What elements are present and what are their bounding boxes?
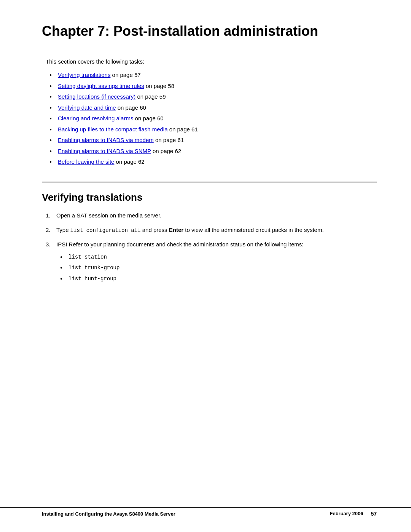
- chapter-title: Chapter 7: Post-installation administrat…: [42, 23, 377, 39]
- page-ref-3: on page 59: [135, 93, 166, 100]
- sub-item-2-code: list trunk-group: [68, 265, 119, 271]
- list-item: Before leaving the site on page 62: [49, 158, 377, 166]
- step-2-text-after: and press: [141, 227, 169, 233]
- page-ref-8: on page 62: [151, 148, 181, 154]
- step-2-text-before: Type: [56, 227, 70, 233]
- footer-date: February 2006: [330, 511, 363, 517]
- toc-link-3[interactable]: Setting locations (if necessary): [58, 93, 135, 100]
- step-1: Open a SAT session on the media server.: [46, 211, 377, 220]
- section-title: Verifying translations: [42, 192, 377, 203]
- step-3-text: IPSI Refer to your planning documents an…: [56, 241, 304, 248]
- footer-left-text: Installing and Configuring the Avaya S84…: [42, 511, 175, 517]
- list-item: Setting locations (if necessary) on page…: [49, 93, 377, 101]
- toc-link-6[interactable]: Backing up files to the compact flash me…: [58, 126, 168, 133]
- page-ref-7: on page 61: [154, 137, 184, 143]
- page-ref-4: on page 60: [116, 104, 146, 111]
- sub-item-1-code: list station: [68, 254, 107, 260]
- section-divider: [42, 182, 377, 182]
- toc-link-9[interactable]: Before leaving the site: [58, 158, 114, 165]
- page-ref-1: on page 57: [110, 72, 140, 78]
- toc-link-7[interactable]: Enabling alarms to INADS via modem: [58, 137, 154, 143]
- toc-link-8[interactable]: Enabling alarms to INADS via SNMP: [58, 148, 151, 154]
- sub-item-3: list hunt-group: [60, 275, 377, 283]
- toc-link-4[interactable]: Verifying date and time: [58, 104, 116, 111]
- list-item: Setting daylight savings time rules on p…: [49, 82, 377, 91]
- page-ref-9: on page 62: [114, 158, 144, 165]
- footer-page-number: 57: [371, 511, 377, 517]
- page-ref-6: on page 61: [168, 126, 198, 133]
- sub-list: list station list trunk-group list hunt-…: [60, 253, 377, 283]
- page-container: Chapter 7: Post-installation administrat…: [0, 0, 411, 532]
- list-item: Enabling alarms to INADS via modem on pa…: [49, 136, 377, 145]
- step-1-text: Open a SAT session on the media server.: [56, 212, 161, 219]
- step-2-text-end: to view all the administered circuit pac…: [183, 227, 323, 233]
- sub-item-3-code: list hunt-group: [68, 276, 116, 282]
- list-item: Verifying date and time on page 60: [49, 104, 377, 112]
- steps-list: Open a SAT session on the media server. …: [46, 211, 377, 283]
- step-3: IPSI Refer to your planning documents an…: [46, 240, 377, 283]
- intro-text: This section covers the following tasks:: [46, 58, 377, 65]
- page-ref-2: on page 58: [144, 83, 174, 89]
- step-2-bold: Enter: [169, 227, 183, 233]
- step-2: Type list configuration all and press En…: [46, 225, 377, 235]
- list-item: Clearing and resolving alarms on page 60: [49, 114, 377, 123]
- list-item: Backing up files to the compact flash me…: [49, 125, 377, 134]
- step-2-code: list configuration all: [70, 227, 141, 233]
- page-ref-5: on page 60: [133, 115, 163, 121]
- list-item: Verifying translations on page 57: [49, 71, 377, 80]
- footer-right: February 2006 57: [330, 511, 377, 517]
- toc-link-2[interactable]: Setting daylight savings time rules: [58, 83, 144, 89]
- toc-link-1[interactable]: Verifying translations: [58, 72, 110, 78]
- toc-list: Verifying translations on page 57 Settin…: [49, 71, 377, 166]
- page-footer: Installing and Configuring the Avaya S84…: [0, 507, 411, 517]
- sub-item-2: list trunk-group: [60, 264, 377, 272]
- sub-item-1: list station: [60, 253, 377, 261]
- toc-link-5[interactable]: Clearing and resolving alarms: [58, 115, 133, 121]
- list-item: Enabling alarms to INADS via SNMP on pag…: [49, 147, 377, 156]
